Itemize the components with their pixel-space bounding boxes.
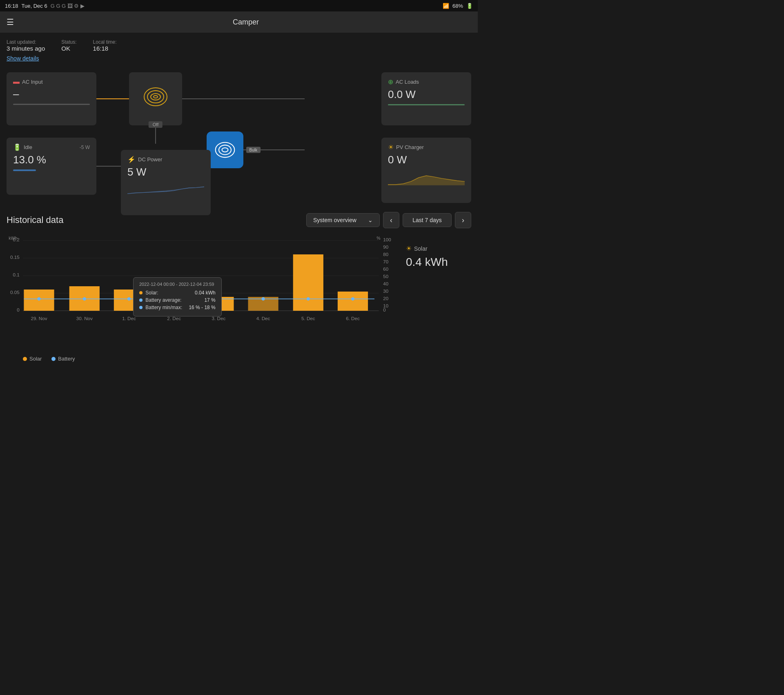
tooltip-date-range: 2022-12-04 00:00 - 2022-12-04 23:59: [139, 282, 216, 287]
show-details-link[interactable]: Show details: [7, 55, 39, 62]
pv-charger-value: 0 W: [388, 154, 465, 166]
dc-power-card[interactable]: ⚡ DC Power 5 W: [121, 150, 211, 215]
last-updated-label: Last updated:: [7, 39, 45, 45]
historical-controls: System overview ⌄ ‹ Last 7 days ›: [306, 212, 471, 228]
svg-point-6: [147, 91, 164, 103]
battery-value: 13.0 %: [13, 154, 90, 166]
system-overview-dropdown[interactable]: System overview ⌄: [306, 213, 380, 227]
historical-section: Historical data System overview ⌄ ‹ Last…: [7, 212, 471, 362]
svg-text:80: 80: [383, 252, 388, 257]
prev-nav-button[interactable]: ‹: [383, 212, 399, 228]
chart-sidebar: ☀ Solar 0.4 kWh: [406, 236, 471, 362]
battery-sub: -5 W: [80, 145, 90, 150]
dc-power-icon: ⚡: [127, 156, 136, 163]
ac-loads-value: 0.0 W: [388, 88, 465, 101]
battery-percent: 68%: [452, 3, 463, 9]
svg-text:70: 70: [383, 259, 388, 264]
svg-text:40: 40: [383, 281, 388, 286]
tooltip-battery-minmax-row: Battery min/max: 16 % - 18 %: [139, 305, 216, 310]
svg-text:4. Dec: 4. Dec: [256, 316, 270, 321]
battery-card[interactable]: 🔋 Idle -5 W 13.0 %: [7, 138, 96, 195]
wifi-icon: 📶: [443, 3, 449, 9]
status-day: Tue, Dec 6: [22, 3, 47, 9]
battery-dot-7: [351, 297, 354, 301]
battery-dot-5: [261, 297, 265, 301]
svg-text:1. Dec: 1. Dec: [122, 316, 136, 321]
status-icons: G G G 🖼 ⚙ ▶: [51, 3, 85, 9]
svg-text:100: 100: [383, 237, 391, 242]
svg-text:0.1: 0.1: [13, 272, 20, 277]
svg-text:3. Dec: 3. Dec: [212, 316, 226, 321]
svg-text:50: 50: [383, 274, 388, 279]
pv-charger-card[interactable]: ☀ PV Charger 0 W: [381, 138, 471, 203]
pv-charger-title: ☀ PV Charger: [388, 143, 465, 151]
legend-battery: Battery: [51, 356, 75, 362]
tooltip-battery-avg-dot: [139, 298, 143, 302]
chart-legend: Solar Battery: [7, 356, 396, 362]
chart-main: 0.2 0.15 0.1 0.05 0 100 90 80 70 60 50 4…: [7, 236, 396, 362]
historical-header: Historical data System overview ⌄ ‹ Last…: [7, 212, 471, 228]
status-bar-right: 📶 68% 🔋: [443, 3, 473, 9]
chart-area: 0.2 0.15 0.1 0.05 0 100 90 80 70 60 50 4…: [7, 236, 471, 362]
top-nav: ☰ Camper: [0, 11, 478, 33]
chart-sidebar-value: 0.4 kWh: [406, 256, 471, 269]
local-time-value: 16:18: [93, 45, 109, 52]
last-updated: Last updated: 3 minutes ago: [7, 39, 45, 52]
ac-input-value: –: [13, 88, 90, 100]
ac-loads-bar: [388, 104, 465, 105]
svg-text:90: 90: [383, 245, 388, 249]
historical-title: Historical data: [7, 215, 63, 225]
status-bar: 16:18 Tue, Dec 6 G G G 🖼 ⚙ ▶ 📶 68% 🔋: [0, 0, 478, 11]
svg-text:60: 60: [383, 267, 388, 272]
ac-loads-icon: ⊕: [388, 78, 393, 86]
pv-charger-chart: [388, 169, 465, 186]
tooltip-solar-value: 0.04 kWh: [195, 290, 216, 296]
ac-loads-card[interactable]: ⊕ AC Loads 0.0 W: [381, 72, 471, 125]
status-bar-left: 16:18 Tue, Dec 6 G G G 🖼 ⚙ ▶: [5, 3, 85, 9]
prev-icon: ‹: [390, 216, 392, 225]
svg-point-8: [154, 96, 158, 98]
ac-input-card[interactable]: ▬ AC Input –: [7, 72, 96, 125]
battery-icon: 🔋: [466, 3, 473, 9]
ac-loads-title: ⊕ AC Loads: [388, 78, 465, 86]
pv-icon: ☀: [388, 143, 394, 151]
battery-bar: [13, 169, 36, 171]
svg-text:30. Nov: 30. Nov: [76, 316, 93, 321]
local-time: Local time: 16:18: [93, 39, 117, 52]
svg-point-10: [219, 145, 231, 154]
svg-point-11: [222, 148, 228, 152]
hamburger-icon[interactable]: ☰: [7, 17, 14, 27]
ac-input-icon: ▬: [13, 78, 20, 85]
svg-text:30: 30: [383, 289, 388, 294]
status-label: Status:: [61, 39, 76, 45]
svg-text:5. Dec: 5. Dec: [301, 316, 315, 321]
svg-text:0.15: 0.15: [10, 255, 20, 260]
status-time: 16:18: [5, 3, 18, 9]
tooltip-solar-row: Solar: 0.04 kWh: [139, 290, 216, 296]
info-row: Last updated: 3 minutes ago Status: OK L…: [7, 39, 471, 52]
bulk-badge: Bulk: [246, 147, 261, 153]
dc-power-chart: [127, 182, 204, 198]
svg-text:20: 20: [383, 296, 388, 301]
next-nav-button[interactable]: ›: [455, 212, 471, 228]
bar-dec05: [293, 254, 323, 311]
chart-container: 0.2 0.15 0.1 0.05 0 100 90 80 70 60 50 4…: [7, 236, 396, 351]
date-range-button[interactable]: Last 7 days: [403, 213, 452, 227]
svg-point-9: [216, 143, 235, 158]
battery-dot-1: [83, 297, 86, 301]
dc-power-value: 5 W: [127, 166, 204, 178]
inverter-card[interactable]: Off: [129, 72, 182, 125]
legend-solar-label: Solar: [29, 356, 42, 362]
legend-battery-dot: [51, 357, 56, 361]
nav-title: Camper: [20, 18, 471, 27]
ac-input-title: ▬ AC Input: [13, 78, 90, 85]
local-time-label: Local time:: [93, 39, 117, 45]
chevron-down-icon: ⌄: [368, 217, 373, 223]
svg-text:0: 0: [17, 307, 19, 312]
inverter-spiral-icon: [143, 87, 168, 111]
dc-power-title: ⚡ DC Power: [127, 156, 204, 163]
battery-dot-0: [37, 297, 40, 301]
next-icon: ›: [462, 216, 464, 225]
legend-solar-dot: [23, 357, 27, 361]
inverter-circle[interactable]: Bulk: [207, 131, 243, 168]
